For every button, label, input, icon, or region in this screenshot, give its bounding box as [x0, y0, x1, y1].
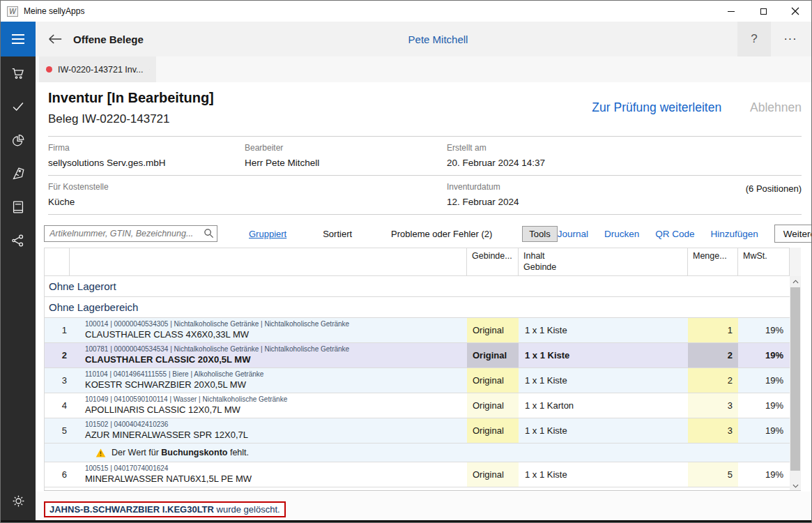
header-description — [70, 248, 467, 275]
filter-problems[interactable]: Probleme oder Fehler (2) — [391, 229, 492, 239]
sidebar-item-reports[interactable] — [10, 132, 26, 148]
positions-table: Gebinde... InhaltGebinde Menge... MwSt. … — [44, 248, 801, 491]
menge-cell[interactable]: 2 — [688, 343, 738, 367]
field-value-erstellt: 20. Februar 2024 14:37 — [447, 158, 698, 168]
sidebar-item-catalog[interactable] — [10, 199, 26, 215]
article-name: APOLLINARIS CLASSIC 12X0,7L MW — [85, 404, 467, 415]
window-title: Meine sellyApps — [24, 6, 84, 16]
article-name: AZUR MINERALWASSER SPR 12X0,7L — [85, 430, 467, 440]
field-label-kostenstelle: Für Kostenstelle — [48, 182, 245, 192]
table-row[interactable]: 6 100515 | 04017074001624 MINERALWASSER … — [45, 462, 790, 487]
gebinde-cell[interactable]: Original — [467, 368, 519, 393]
back-button[interactable] — [45, 33, 66, 45]
inhalt-cell: 1 x 1 Kiste — [519, 318, 688, 342]
app-header: Offene Belege Pete Mitchell ? ··· — [1, 22, 811, 56]
hamburger-menu-button[interactable] — [1, 22, 36, 56]
sidebar-item-offers[interactable] — [10, 166, 26, 181]
field-label-bearbeiter: Bearbeiter — [245, 143, 447, 153]
mwst-cell: 19% — [738, 393, 790, 418]
maximize-icon — [760, 8, 767, 15]
article-meta: 100781 | 00000040534534 | Nichtalkoholis… — [85, 345, 467, 353]
app-window: W Meine sellyApps Offene Belege Pete Mit… — [0, 0, 812, 523]
filter-grouped[interactable]: Gruppiert — [249, 229, 286, 239]
gebinde-cell[interactable]: Original — [467, 343, 519, 367]
field-value-kostenstelle: Küche — [48, 197, 245, 207]
more-options-button[interactable]: ··· — [775, 22, 806, 56]
add-link[interactable]: Hinzufügen — [711, 229, 758, 239]
close-icon — [791, 7, 799, 15]
sidebar — [1, 56, 36, 522]
window-bottom-edge — [1, 520, 811, 522]
header-mwst[interactable]: MwSt. — [738, 248, 790, 275]
print-link[interactable]: Drucken — [604, 229, 639, 239]
page-title: Offene Belege — [73, 33, 144, 45]
table-row[interactable]: 5 101502 | 04004042410236 AZUR MINERALWA… — [45, 418, 790, 444]
group-header-lagerbereich[interactable]: Ohne Lagerbereich — [45, 297, 790, 318]
mwst-cell: 19% — [738, 418, 790, 443]
table-row[interactable]: 3 110104 | 04014964111555 | Biere | Alko… — [45, 368, 790, 393]
row-warning: Der Wert für Buchungskonto fehlt. — [45, 444, 790, 462]
gebinde-cell[interactable]: Original — [467, 318, 519, 342]
deleted-article-name: JAHNS-B.SCHWARZBIER I.KEG30LTR — [49, 504, 214, 515]
tab-label: IW-0220-143721 Inv... — [58, 65, 144, 75]
more-actions-dropdown[interactable]: Weitere — [774, 225, 812, 243]
header-menge[interactable]: Menge... — [688, 248, 738, 275]
list-toolbar: Gruppiert Sortiert Probleme oder Fehler … — [44, 225, 802, 243]
tag-icon — [10, 166, 26, 181]
scrollbar-thumb[interactable] — [790, 287, 800, 471]
field-value-firma: sellysolutions Serv.ges.mbH — [48, 158, 245, 168]
minimize-button[interactable] — [715, 1, 747, 22]
sidebar-item-tasks[interactable] — [10, 99, 26, 114]
close-button[interactable] — [779, 1, 811, 22]
field-label-firma: Firma — [48, 143, 245, 153]
field-value-inventurdatum: 12. Februar 2024 — [447, 197, 698, 207]
sidebar-item-cart[interactable] — [10, 66, 26, 81]
user-name[interactable]: Pete Mitchell — [408, 33, 468, 45]
header-inhalt-gebinde[interactable]: InhaltGebinde — [519, 248, 688, 275]
menge-cell[interactable]: 3 — [688, 418, 738, 443]
tab-document[interactable]: IW-0220-143721 Inv... — [39, 56, 156, 82]
scroll-down-arrow[interactable] — [790, 480, 801, 491]
table-row[interactable]: 1 100014 | 00000040534305 | Nichtalkohol… — [45, 318, 790, 343]
menge-cell[interactable]: 2 — [688, 368, 738, 393]
tools-button[interactable]: Tools — [522, 226, 557, 242]
maximize-button[interactable] — [747, 1, 779, 22]
document-view: Inventur [In Bearbeitung] Beleg IW-0220-… — [36, 82, 811, 522]
header-gebinde[interactable]: Gebinde... — [467, 248, 519, 275]
forward-for-review-button[interactable]: Zur Prüfung weiterleiten — [592, 100, 721, 114]
status-message: JAHNS-B.SCHWARZBIER I.KEG30LTR wurde gel… — [44, 501, 286, 517]
gebinde-cell[interactable]: Original — [467, 393, 519, 418]
gebinde-cell[interactable]: Original — [467, 462, 519, 487]
sidebar-item-settings[interactable] — [1, 494, 36, 508]
search-input[interactable] — [44, 225, 217, 242]
row-number: 3 — [45, 368, 70, 393]
menge-cell[interactable]: 5 — [688, 462, 738, 487]
search-icon[interactable] — [204, 228, 214, 238]
cart-icon — [10, 66, 26, 81]
table-row[interactable]: 4 101049 | 04100590100114 | Wasser | Nic… — [45, 393, 790, 418]
help-button[interactable]: ? — [737, 22, 771, 56]
pie-chart-icon — [10, 132, 26, 148]
back-arrow-icon — [47, 33, 63, 45]
gear-icon — [11, 494, 26, 508]
gebinde-cell[interactable]: Original — [467, 418, 519, 443]
title-bar: W Meine sellyApps — [1, 1, 811, 22]
menge-cell[interactable]: 3 — [688, 393, 738, 418]
scroll-up-arrow[interactable] — [790, 276, 801, 287]
article-meta: 101049 | 04100590100114 | Wasser | Nicht… — [85, 395, 467, 403]
tab-bar: IW-0220-143721 Inv... — [36, 56, 811, 82]
group-header-lagerort[interactable]: Ohne Lagerort — [45, 276, 790, 297]
qr-code-link[interactable]: QR Code — [655, 229, 694, 239]
journal-link[interactable]: Journal — [558, 229, 588, 239]
sidebar-item-share[interactable] — [10, 233, 26, 248]
filter-sorted[interactable]: Sortiert — [323, 229, 352, 239]
inhalt-cell: 1 x 1 Karton — [519, 393, 688, 418]
row-number: 2 — [45, 343, 70, 367]
vertical-scrollbar[interactable] — [790, 276, 801, 491]
reject-button: Ablehnen — [750, 100, 802, 114]
table-row-selected[interactable]: 2 100781 | 00000040534534 | Nichtalkohol… — [45, 343, 790, 368]
minimize-icon — [728, 11, 735, 12]
menge-cell[interactable]: 1 — [688, 318, 738, 342]
article-meta: 110104 | 04014964111555 | Biere | Alkoho… — [85, 370, 467, 378]
article-name: CLAUSTHALER CLASS 4X6X0,33L MW — [85, 329, 467, 340]
